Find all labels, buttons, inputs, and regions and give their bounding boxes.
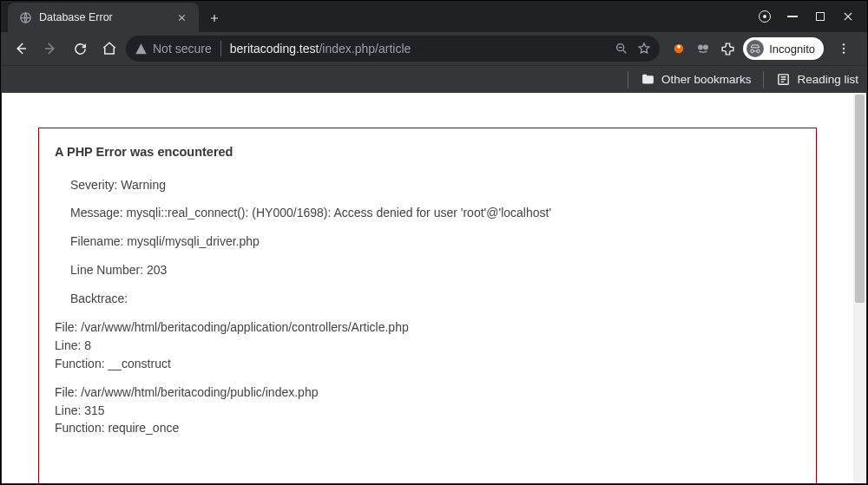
trace-function: Function: __construct [55,356,800,372]
error-severity: Severity: Warning [70,177,800,193]
browser-window: Database Error [0,0,868,485]
reload-button[interactable] [67,36,93,62]
address-bar[interactable]: Not secure beritacoding.test/index.php/a… [126,36,660,62]
window-controls [751,4,867,32]
error-heading: A PHP Error was encountered [55,144,800,161]
other-bookmarks-button[interactable]: Other bookmarks [641,72,752,87]
trace-function: Function: require_once [55,420,800,436]
svg-point-8 [843,51,845,53]
error-message: Message: mysqli::real_connect(): (HY000/… [70,205,800,221]
backtrace-entry: File: /var/www/html/beritacoding/public/… [55,384,800,437]
home-button[interactable] [96,36,122,62]
svg-point-4 [698,45,703,50]
trace-file: File: /var/www/html/beritacoding/applica… [55,319,800,336]
omnibox-separator [220,41,221,56]
tab-close-button[interactable] [174,11,190,24]
extension-icon-2[interactable] [694,40,712,57]
warning-icon [135,43,148,56]
bookmarks-separator [628,71,628,88]
bookmarks-bar: Other bookmarks Reading list [1,65,867,93]
nav-toolbar: Not secure beritacoding.test/index.php/a… [1,32,867,65]
error-line-number: Line Number: 203 [70,262,800,279]
page-content: A PHP Error was encountered Severity: Wa… [2,93,853,483]
error-filename: Filename: mysqli/mysqli_driver.php [70,233,800,250]
titlebar: Database Error [1,1,867,32]
not-secure-label: Not secure [153,42,212,56]
bookmark-star-icon[interactable] [637,42,651,56]
url-text: beritacoding.test/index.php/article [230,42,411,56]
svg-point-6 [843,43,845,45]
page-viewport: A PHP Error was encountered Severity: Wa… [2,93,866,483]
reading-list-icon [776,72,791,87]
folder-icon [641,72,655,87]
url-host: beritacoding.test [230,42,319,56]
error-details: Severity: Warning Message: mysqli::real_… [55,177,800,307]
php-error-box: A PHP Error was encountered Severity: Wa… [38,128,817,483]
backtrace-entry: File: /var/www/html/beritacoding/applica… [55,319,800,372]
incognito-label: Incognito [769,43,815,56]
zoom-icon[interactable] [615,42,628,56]
window-close-button[interactable] [834,4,862,29]
reading-list-label: Reading list [797,73,858,86]
not-secure-indicator[interactable]: Not secure [135,42,212,56]
browser-tab[interactable]: Database Error [8,3,199,32]
globe-icon [18,10,32,24]
back-button[interactable] [8,36,34,62]
other-bookmarks-label: Other bookmarks [661,73,752,86]
trace-file: File: /var/www/html/beritacoding/public/… [55,384,800,401]
incognito-icon [746,40,764,57]
incognito-indicator[interactable]: Incognito [743,37,824,60]
backtrace-label: Backtrace: [70,291,800,307]
new-tab-button[interactable] [202,6,227,30]
window-minimize-button[interactable] [779,4,806,29]
extensions-area: Incognito [663,36,860,62]
extensions-menu-icon[interactable] [719,40,736,57]
tab-title: Database Error [39,11,113,23]
bookmarks-separator-2 [763,71,764,88]
forward-button[interactable] [37,36,63,62]
svg-point-7 [843,48,845,49]
trace-line: Line: 8 [55,338,800,354]
extension-icon-1[interactable] [670,40,687,57]
browser-menu-button[interactable] [831,36,857,62]
window-maximize-button[interactable] [806,4,834,29]
url-path: /index.php/article [319,42,411,56]
scrollbar-thumb[interactable] [855,95,865,303]
reading-list-button[interactable]: Reading list [776,72,858,87]
chrome-indicator-icon [751,4,779,29]
svg-point-3 [677,45,681,49]
vertical-scrollbar[interactable] [853,93,866,483]
svg-point-5 [703,45,708,50]
trace-line: Line: 315 [55,403,800,419]
